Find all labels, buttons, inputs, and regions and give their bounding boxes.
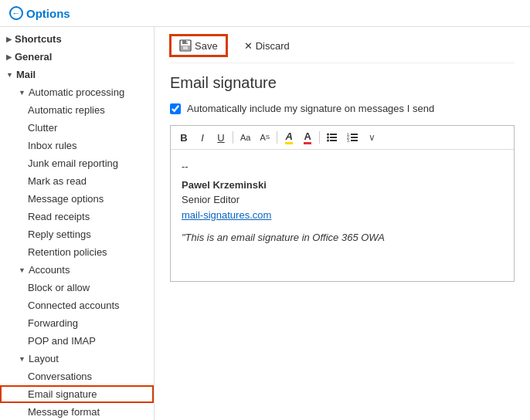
- save-label: Save: [195, 40, 218, 52]
- back-button[interactable]: ← Options: [9, 6, 70, 20]
- header-title: Options: [26, 7, 70, 20]
- sidebar-item-layout[interactable]: ▼ Layout: [0, 350, 154, 368]
- svg-point-7: [327, 137, 329, 139]
- divider-1: [233, 131, 233, 144]
- ordered-list-icon: 1. 2. 3.: [347, 133, 358, 142]
- font-size-button[interactable]: Aa: [236, 129, 254, 146]
- svg-point-5: [327, 134, 329, 136]
- sidebar-item-block-or-allow[interactable]: Block or allow: [0, 279, 154, 296]
- sidebar-item-shortcuts[interactable]: ▶ Shortcuts: [0, 30, 154, 48]
- sidebar-item-automatic-processing[interactable]: ▼ Automatic processing: [0, 83, 154, 101]
- checkbox-row: Automatically include my signature on me…: [170, 103, 515, 114]
- sig-title: Senior Editor: [182, 192, 503, 208]
- page-title: Email signature: [170, 74, 515, 92]
- unordered-list-button[interactable]: [323, 129, 341, 146]
- sidebar-item-general[interactable]: ▶ General: [0, 48, 154, 66]
- underline-button[interactable]: U: [212, 129, 229, 146]
- sidebar-item-read-receipts[interactable]: Read receipts: [0, 208, 154, 225]
- checkbox-label: Automatically include my signature on me…: [187, 103, 434, 114]
- svg-rect-4: [183, 46, 188, 49]
- triangle-icon-general: ▶: [6, 53, 12, 61]
- sidebar-item-mark-as-read[interactable]: Mark as read: [0, 172, 154, 190]
- editor-container: B I U Aa AS A A: [170, 125, 515, 282]
- toolbar: Save ✕ Discard: [170, 27, 515, 63]
- back-arrow-icon: ←: [9, 6, 23, 20]
- editor-toolbar: B I U Aa AS A A: [171, 126, 514, 150]
- svg-rect-12: [351, 134, 358, 135]
- sidebar-item-connected-accounts[interactable]: Connected accounts: [0, 296, 154, 314]
- triangle-icon: ▶: [6, 36, 12, 43]
- triangle-icon-mail: ▼: [6, 71, 13, 79]
- svg-rect-16: [351, 140, 358, 141]
- sidebar-item-reply-settings[interactable]: Reply settings: [0, 225, 154, 243]
- divider-2: [277, 131, 277, 144]
- sidebar-item-conversations[interactable]: Conversations: [0, 368, 154, 385]
- bold-button[interactable]: B: [175, 129, 192, 146]
- superscript-button[interactable]: AS: [256, 129, 273, 146]
- svg-point-9: [327, 140, 329, 142]
- sidebar-item-automatic-replies[interactable]: Automatic replies: [0, 101, 154, 119]
- content-area: Save ✕ Discard Email signature Automatic…: [155, 27, 530, 420]
- sidebar-item-accounts[interactable]: ▼ Accounts: [0, 261, 154, 279]
- sidebar-item-retention-policies[interactable]: Retention policies: [0, 243, 154, 261]
- sidebar-item-junk-email[interactable]: Junk email reporting: [0, 154, 154, 172]
- sig-dash: --: [182, 159, 503, 174]
- svg-rect-8: [330, 137, 337, 138]
- triangle-icon-layout: ▼: [19, 355, 25, 363]
- sig-link[interactable]: mail-signatures.com: [182, 209, 271, 221]
- svg-text:3.: 3.: [347, 138, 350, 142]
- sidebar-item-email-signature[interactable]: Email signature: [0, 385, 154, 403]
- italic-button[interactable]: I: [194, 129, 211, 146]
- sig-quote: "This is an email signature in Office 36…: [182, 230, 503, 246]
- font-color-button[interactable]: A: [299, 129, 316, 146]
- svg-rect-6: [330, 134, 337, 135]
- unordered-list-icon: [327, 133, 338, 142]
- svg-rect-14: [351, 137, 358, 138]
- triangle-icon-ap: ▼: [19, 89, 25, 97]
- svg-rect-10: [330, 140, 337, 141]
- main-layout: ▶ Shortcuts ▶ General ▼ Mail ▼ Automatic…: [0, 27, 530, 420]
- sidebar: ▶ Shortcuts ▶ General ▼ Mail ▼ Automatic…: [0, 27, 155, 420]
- sidebar-item-mail[interactable]: ▼ Mail: [0, 66, 154, 83]
- more-options-button[interactable]: ∨: [363, 129, 380, 146]
- sidebar-item-forwarding[interactable]: Forwarding: [0, 314, 154, 332]
- save-button[interactable]: Save: [170, 35, 227, 56]
- highlight-button[interactable]: A: [280, 129, 297, 146]
- auto-signature-checkbox[interactable]: [170, 103, 181, 114]
- sidebar-item-inbox-rules[interactable]: Inbox rules: [0, 137, 154, 154]
- sidebar-item-clutter[interactable]: Clutter: [0, 119, 154, 137]
- ordered-list-button[interactable]: 1. 2. 3.: [343, 129, 362, 146]
- sidebar-item-message-options[interactable]: Message options: [0, 190, 154, 208]
- sidebar-item-message-format[interactable]: Message format: [0, 403, 154, 420]
- sidebar-item-pop-imap[interactable]: POP and IMAP: [0, 332, 154, 350]
- sig-name: Pawel Krzeminski: [182, 178, 503, 193]
- divider-3: [319, 131, 320, 144]
- svg-rect-2: [186, 40, 188, 43]
- discard-icon: ✕: [244, 40, 253, 52]
- triangle-icon-accounts: ▼: [19, 266, 25, 274]
- editor-body[interactable]: -- Pawel Krzeminski Senior Editor mail-s…: [171, 150, 514, 281]
- save-icon: [179, 39, 192, 52]
- discard-label: Discard: [256, 40, 290, 52]
- header: ← Options: [0, 0, 530, 27]
- discard-button[interactable]: ✕ Discard: [236, 37, 297, 55]
